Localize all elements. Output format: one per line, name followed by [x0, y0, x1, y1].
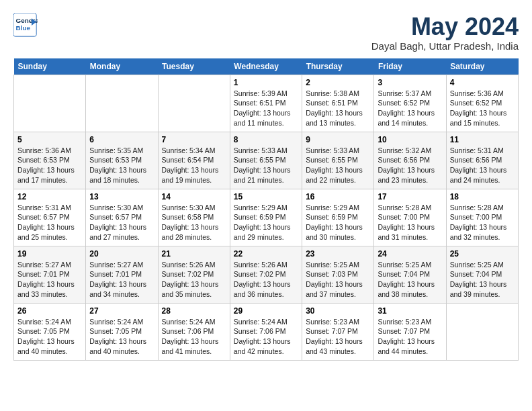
day-number: 14: [162, 192, 226, 201]
day-info: Sunrise: 5:25 AM Sunset: 7:03 PM Dayligh…: [306, 260, 370, 300]
table-row: 28Sunrise: 5:24 AM Sunset: 7:06 PM Dayli…: [158, 303, 230, 360]
day-info: Sunrise: 5:27 AM Sunset: 7:01 PM Dayligh…: [89, 260, 154, 300]
day-number: 29: [234, 306, 298, 316]
table-row: 31Sunrise: 5:23 AM Sunset: 7:07 PM Dayli…: [374, 303, 446, 360]
table-row: 17Sunrise: 5:28 AM Sunset: 7:00 PM Dayli…: [374, 189, 446, 246]
table-row: 5Sunrise: 5:36 AM Sunset: 6:53 PM Daylig…: [14, 132, 86, 189]
table-row: 26Sunrise: 5:24 AM Sunset: 7:05 PM Dayli…: [14, 303, 86, 360]
day-number: 6: [89, 135, 154, 144]
table-row: 25Sunrise: 5:25 AM Sunset: 7:04 PM Dayli…: [446, 246, 518, 303]
table-row: 30Sunrise: 5:23 AM Sunset: 7:07 PM Dayli…: [302, 303, 374, 360]
day-info: Sunrise: 5:23 AM Sunset: 7:07 PM Dayligh…: [378, 317, 442, 357]
day-info: Sunrise: 5:25 AM Sunset: 7:04 PM Dayligh…: [378, 260, 442, 300]
table-row: [14, 75, 86, 132]
table-row: 7Sunrise: 5:34 AM Sunset: 6:54 PM Daylig…: [158, 132, 230, 189]
day-number: 16: [306, 192, 370, 201]
day-info: Sunrise: 5:24 AM Sunset: 7:05 PM Dayligh…: [89, 317, 154, 357]
table-row: 14Sunrise: 5:30 AM Sunset: 6:58 PM Dayli…: [158, 189, 230, 246]
day-number: 11: [450, 135, 515, 144]
page-header: General Blue May 2024 Dayal Bagh, Uttar …: [13, 13, 519, 52]
day-number: 19: [17, 249, 82, 259]
table-row: 23Sunrise: 5:25 AM Sunset: 7:03 PM Dayli…: [302, 246, 374, 303]
day-number: 23: [306, 249, 370, 259]
day-number: 2: [306, 78, 370, 87]
day-info: Sunrise: 5:28 AM Sunset: 7:00 PM Dayligh…: [378, 203, 442, 242]
table-row: 24Sunrise: 5:25 AM Sunset: 7:04 PM Dayli…: [374, 246, 446, 303]
day-info: Sunrise: 5:37 AM Sunset: 6:52 PM Dayligh…: [378, 89, 442, 128]
day-info: Sunrise: 5:28 AM Sunset: 7:00 PM Dayligh…: [450, 203, 515, 242]
day-number: 4: [450, 78, 515, 87]
day-info: Sunrise: 5:33 AM Sunset: 6:55 PM Dayligh…: [234, 146, 298, 185]
table-row: 21Sunrise: 5:26 AM Sunset: 7:02 PM Dayli…: [158, 246, 230, 303]
table-row: 18Sunrise: 5:28 AM Sunset: 7:00 PM Dayli…: [446, 189, 518, 246]
day-info: Sunrise: 5:32 AM Sunset: 6:56 PM Dayligh…: [378, 146, 442, 185]
day-info: Sunrise: 5:31 AM Sunset: 6:57 PM Dayligh…: [17, 203, 82, 242]
table-row: [446, 303, 518, 360]
table-row: 19Sunrise: 5:27 AM Sunset: 7:01 PM Dayli…: [14, 246, 86, 303]
calendar-table: Sunday Monday Tuesday Wednesday Thursday…: [13, 58, 519, 361]
col-tuesday: Tuesday: [158, 58, 230, 75]
day-number: 15: [234, 192, 298, 201]
header-row: Sunday Monday Tuesday Wednesday Thursday…: [14, 58, 519, 75]
calendar-week-row: 1Sunrise: 5:39 AM Sunset: 6:51 PM Daylig…: [14, 75, 519, 132]
col-sunday: Sunday: [14, 58, 86, 75]
day-number: 9: [306, 135, 370, 144]
day-number: 20: [89, 249, 154, 259]
table-row: 16Sunrise: 5:29 AM Sunset: 6:59 PM Dayli…: [302, 189, 374, 246]
day-number: 18: [450, 192, 515, 201]
col-friday: Friday: [374, 58, 446, 75]
day-info: Sunrise: 5:26 AM Sunset: 7:02 PM Dayligh…: [162, 260, 226, 300]
day-info: Sunrise: 5:30 AM Sunset: 6:57 PM Dayligh…: [89, 203, 154, 242]
table-row: 15Sunrise: 5:29 AM Sunset: 6:59 PM Dayli…: [230, 189, 302, 246]
day-info: Sunrise: 5:39 AM Sunset: 6:51 PM Dayligh…: [234, 89, 298, 128]
day-info: Sunrise: 5:31 AM Sunset: 6:56 PM Dayligh…: [450, 146, 515, 185]
calendar-week-row: 26Sunrise: 5:24 AM Sunset: 7:05 PM Dayli…: [14, 303, 519, 360]
table-row: 9Sunrise: 5:33 AM Sunset: 6:55 PM Daylig…: [302, 132, 374, 189]
day-info: Sunrise: 5:34 AM Sunset: 6:54 PM Dayligh…: [162, 146, 226, 185]
logo-icon: General Blue: [13, 13, 38, 38]
day-info: Sunrise: 5:26 AM Sunset: 7:02 PM Dayligh…: [234, 260, 298, 300]
table-row: 10Sunrise: 5:32 AM Sunset: 6:56 PM Dayli…: [374, 132, 446, 189]
day-number: 5: [17, 135, 82, 144]
day-number: 22: [234, 249, 298, 259]
table-row: 27Sunrise: 5:24 AM Sunset: 7:05 PM Dayli…: [86, 303, 158, 360]
day-number: 26: [17, 306, 82, 316]
calendar-subtitle: Dayal Bagh, Uttar Pradesh, India: [371, 40, 519, 52]
day-number: 13: [89, 192, 154, 201]
table-row: 20Sunrise: 5:27 AM Sunset: 7:01 PM Dayli…: [86, 246, 158, 303]
table-row: 3Sunrise: 5:37 AM Sunset: 6:52 PM Daylig…: [374, 75, 446, 132]
table-row: 11Sunrise: 5:31 AM Sunset: 6:56 PM Dayli…: [446, 132, 518, 189]
table-row: 1Sunrise: 5:39 AM Sunset: 6:51 PM Daylig…: [230, 75, 302, 132]
table-row: [158, 75, 230, 132]
day-info: Sunrise: 5:27 AM Sunset: 7:01 PM Dayligh…: [17, 260, 82, 300]
col-wednesday: Wednesday: [230, 58, 302, 75]
day-info: Sunrise: 5:24 AM Sunset: 7:05 PM Dayligh…: [17, 317, 82, 357]
table-row: 22Sunrise: 5:26 AM Sunset: 7:02 PM Dayli…: [230, 246, 302, 303]
table-row: 13Sunrise: 5:30 AM Sunset: 6:57 PM Dayli…: [86, 189, 158, 246]
table-row: 8Sunrise: 5:33 AM Sunset: 6:55 PM Daylig…: [230, 132, 302, 189]
logo: General Blue: [13, 13, 38, 38]
col-monday: Monday: [86, 58, 158, 75]
col-saturday: Saturday: [446, 58, 518, 75]
day-number: 25: [450, 249, 515, 259]
day-info: Sunrise: 5:38 AM Sunset: 6:51 PM Dayligh…: [306, 89, 370, 128]
day-number: 7: [162, 135, 226, 144]
day-number: 30: [306, 306, 370, 316]
day-number: 31: [378, 306, 442, 316]
day-info: Sunrise: 5:24 AM Sunset: 7:06 PM Dayligh…: [162, 317, 226, 357]
day-info: Sunrise: 5:23 AM Sunset: 7:07 PM Dayligh…: [306, 317, 370, 357]
svg-text:Blue: Blue: [16, 24, 31, 32]
day-info: Sunrise: 5:29 AM Sunset: 6:59 PM Dayligh…: [234, 203, 298, 242]
day-info: Sunrise: 5:36 AM Sunset: 6:53 PM Dayligh…: [17, 146, 82, 185]
calendar-week-row: 12Sunrise: 5:31 AM Sunset: 6:57 PM Dayli…: [14, 189, 519, 246]
day-number: 24: [378, 249, 442, 259]
day-number: 12: [17, 192, 82, 201]
calendar-week-row: 19Sunrise: 5:27 AM Sunset: 7:01 PM Dayli…: [14, 246, 519, 303]
day-info: Sunrise: 5:30 AM Sunset: 6:58 PM Dayligh…: [162, 203, 226, 242]
day-info: Sunrise: 5:29 AM Sunset: 6:59 PM Dayligh…: [306, 203, 370, 242]
table-row: 2Sunrise: 5:38 AM Sunset: 6:51 PM Daylig…: [302, 75, 374, 132]
day-number: 27: [89, 306, 154, 316]
table-row: 12Sunrise: 5:31 AM Sunset: 6:57 PM Dayli…: [14, 189, 86, 246]
table-row: 6Sunrise: 5:35 AM Sunset: 6:53 PM Daylig…: [86, 132, 158, 189]
day-info: Sunrise: 5:24 AM Sunset: 7:06 PM Dayligh…: [234, 317, 298, 357]
